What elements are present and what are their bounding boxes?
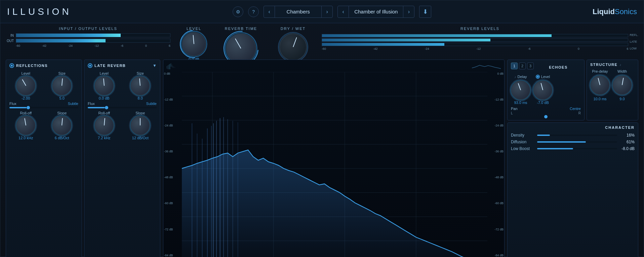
predelay-knob[interactable] [590,75,610,95]
refl-level-label: Level [22,71,30,75]
echoes-tabs: 1 2 3 [511,63,534,69]
spectral-top [163,60,504,72]
late-reverb-power-button[interactable] [88,63,92,68]
meter-scale-labels: -60 -42 -24 -12 -6 0 6 [16,44,170,47]
next-category-button[interactable]: › [322,6,332,18]
character-title: CHARACTER [605,125,635,130]
width-label: Width [617,69,627,73]
echo-level-value: -7.0 dB [537,101,549,105]
svg-rect-4 [171,63,171,67]
echo-delay-knob[interactable] [511,80,530,100]
late-level-knob[interactable] [94,76,114,96]
echoes-tab-3[interactable]: 3 [527,63,534,69]
density-value: 16% [620,133,635,138]
refl-slope-label: Slope [57,111,67,115]
refl-size-knob[interactable] [52,76,72,96]
reverb-time-knob[interactable] [226,33,256,64]
reflections-power-button[interactable] [9,63,14,68]
late-slope-label: Slope [135,111,145,115]
diffusion-row: Diffusion 61% [511,140,635,144]
svg-rect-3 [170,64,170,69]
echo-level-col: Level -7.0 dB [533,75,553,105]
db-labels-right: 0 dB -12 dB -24 dB -36 dB -48 dB -60 dB … [494,72,504,257]
spectral-svg [182,72,487,257]
prev-category-button[interactable]: ‹ [264,6,275,18]
category-nav: ‹ Chambers › [264,6,333,18]
refl-bar [322,34,628,37]
db-labels-left: 0 dB -12 dB -24 dB -36 dB -48 dB -60 dB … [164,72,173,257]
character-panel: CHARACTER Density 16% Diffusion [507,122,638,257]
density-fill [537,135,550,136]
scale-minus6: -6 [121,44,123,47]
reverb-level-labels: REFL. LATE LOW [630,33,638,50]
echo-level-power-button[interactable] [536,75,540,79]
help-button[interactable]: ? [248,6,259,17]
level-knob[interactable] [182,32,206,56]
preset-nav: ‹ Chamber of Illusion › [337,6,414,18]
late-slope-knob[interactable] [130,116,150,135]
structure-title: STRUCTURE [590,63,617,67]
predelay-label: Pre-delay [592,69,608,73]
category-name: Chambers [275,6,322,17]
late-slope-group: Slope 12 dB/Oct [124,111,157,140]
pan-row: Pan Centre L R [511,107,581,117]
pan-slider[interactable] [511,116,581,117]
refl-rolloff-knob[interactable] [16,116,36,135]
download-button[interactable]: ⬇ [419,6,431,18]
chart-area: 20 Hz 100 Hz 500 Hz 3 kHz 20 kHz [182,72,487,257]
late-size-knob[interactable] [130,76,150,96]
refl-level-knob[interactable] [16,76,36,96]
main-area: INPUT / OUTPUT LEVELS IN OUT [0,23,644,257]
middle-row: REFLECTIONS Level -2.00 Size [6,60,638,257]
refl-slope-group: Slope 6 dB/Oct [46,111,79,140]
echoes-tab-1[interactable]: 1 [511,63,518,69]
scale-6: 6 [169,44,170,47]
width-knob[interactable] [612,75,632,95]
refl-rolloff-value: 12.0 kHz [18,136,33,140]
late-rolloff-label: Roll-off [98,111,110,115]
late-rolloff-slope: Roll-off 7.2 kHz Slope [88,111,157,140]
structure-mute-icon: ♪ [619,63,621,67]
svg-rect-7 [174,67,174,68]
diffusion-slider[interactable] [537,141,617,143]
echoes-tab-2[interactable]: 2 [519,63,526,69]
late-flux-slider[interactable] [88,107,157,108]
late-flux-row: Flux Subtle [88,102,157,106]
late-flux-label: Flux [88,102,95,106]
settings-button[interactable]: ⚙ [233,6,243,17]
late-rolloff-group: Roll-off 7.2 kHz [88,111,121,140]
refl-bar-row [322,34,628,37]
diffusion-label: Diffusion [511,140,534,144]
late-level-value: 0.0 dB [99,96,110,100]
plugin-container: ILLUSION ⚙ ? ‹ Chambers › ‹ Chamber of I… [0,0,644,257]
late-flux-value: Subtle [146,102,157,106]
pan-l-label: L [511,111,513,115]
preset-name: Chamber of Illusion [349,6,403,17]
echo-level-knob[interactable] [533,80,553,100]
late-reverb-dropdown-icon[interactable]: ▼ [153,63,157,68]
reverb-levels-scale: -60-42-24-12-606 [322,47,628,50]
echoes-title: ECHOES [536,65,581,69]
reflections-controls: Level -2.00 Size [9,71,78,100]
width-value: 9.0 [619,97,625,101]
density-label: Density [511,133,534,138]
late-size-group: Size 8.0 [124,71,157,100]
meter-out-row: OUT [6,39,170,43]
late-rolloff-knob[interactable] [94,116,114,135]
next-preset-button[interactable]: › [403,6,414,18]
prev-preset-button[interactable]: ‹ [338,6,349,18]
echo-delay-label: Delay [517,75,527,79]
reverb-time-title: REVERB TIME [225,27,257,31]
scale-minus24: -24 [68,44,73,47]
app-logo: ILLUSION [7,6,72,17]
svg-rect-1 [168,65,168,69]
density-slider[interactable] [537,135,617,136]
scale-minus42: -42 [42,44,46,47]
refl-flux-slider[interactable] [9,107,78,108]
dry-wet-knob[interactable] [279,33,307,61]
dry-wet-title: DRY / WET [281,27,306,31]
lowboost-label: Low Boost [511,146,534,151]
lowboost-fill [537,148,573,149]
refl-slope-knob[interactable] [52,116,72,135]
lowboost-slider[interactable] [537,148,617,149]
